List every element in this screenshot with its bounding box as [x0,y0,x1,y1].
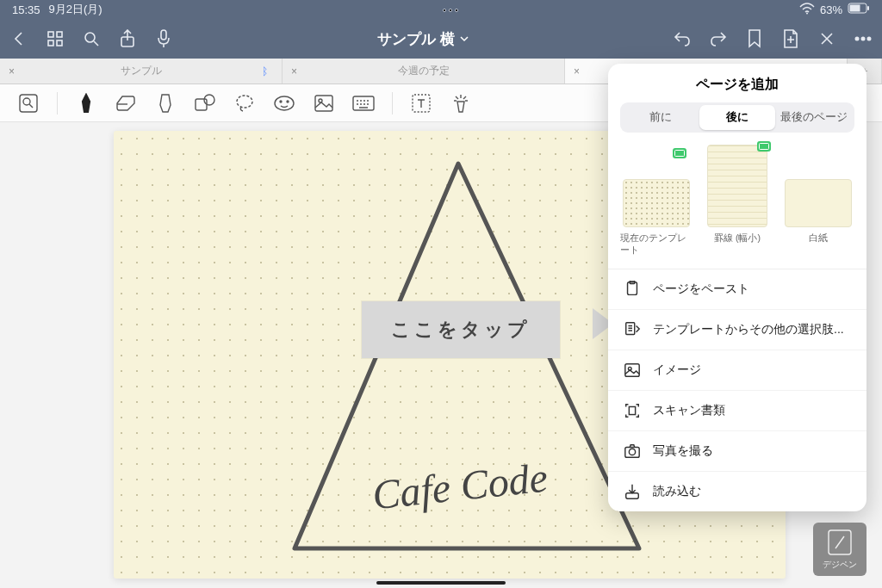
svg-rect-13 [161,30,166,40]
add-page-popover: ページを追加 前に 後に 最後のページ 現在のテンプレート 罫線 (幅小) 白紙… [608,64,866,511]
shape-tool[interactable] [194,92,216,115]
wifi-icon [799,3,815,17]
home-indicator[interactable] [376,581,506,585]
svg-point-18 [23,98,30,105]
menu-scan[interactable]: スキャン書類 [608,391,866,431]
multitask-icon[interactable] [441,3,460,16]
tab-sample[interactable]: ×サンプルᛒ [0,59,283,84]
menu-paste-page[interactable]: ページをペースト [608,269,866,310]
document-title[interactable]: サンプル 横 [174,29,672,49]
svg-rect-8 [57,32,62,37]
svg-point-21 [237,96,252,108]
popover-title: ページを追加 [608,64,866,102]
textbox-tool[interactable] [410,92,432,115]
close-icon[interactable]: × [291,65,297,77]
svg-rect-6 [867,6,869,10]
template-lined[interactable]: 罫線 (幅小) [701,145,773,257]
svg-point-16 [867,37,870,40]
svg-point-0 [444,9,446,11]
svg-rect-32 [625,364,639,377]
menu-camera[interactable]: 写真を撮る [608,431,866,472]
svg-point-2 [456,9,458,11]
undo-button[interactable] [672,28,693,49]
status-time: 15:35 [12,3,40,16]
template-row: 現在のテンプレート 罫線 (幅小) 白紙 [608,145,866,262]
grid-button[interactable] [45,28,65,49]
app-watermark: デジペン [813,523,866,576]
close-icon[interactable]: × [574,65,580,77]
sticker-tool[interactable] [273,92,295,115]
svg-point-36 [629,449,635,455]
menu-image[interactable]: イメージ [608,350,866,391]
svg-point-3 [806,12,808,14]
lasso-tool[interactable] [233,92,256,115]
svg-rect-25 [315,96,332,111]
status-bar: 15:35 9月2日(月) 63% [0,0,882,19]
svg-rect-9 [48,40,53,46]
instruction-callout: ここをタップ [362,301,560,358]
svg-rect-10 [57,40,62,46]
chevron-down-icon [460,34,469,43]
template-blank[interactable]: 白紙 [782,145,854,257]
image-tool[interactable] [313,92,335,115]
zoom-tool[interactable] [17,92,40,115]
highlighter-tool[interactable] [154,92,177,115]
bluetooth-icon: ᛒ [262,65,268,77]
search-button[interactable] [81,28,102,49]
orientation-badge-icon [757,141,771,152]
position-segment: 前に 後に 最後のページ [620,102,854,133]
svg-point-22 [275,96,294,110]
svg-point-20 [204,95,214,105]
menu-import[interactable]: 読み込む [608,472,866,511]
svg-point-11 [85,33,95,42]
redo-button[interactable] [708,28,729,49]
add-page-menu: ページをペースト テンプレートからその他の選択肢... イメージ スキャン書類 … [608,269,866,511]
laser-tool[interactable] [450,92,472,115]
more-button[interactable] [853,28,873,49]
battery-pct: 63% [820,3,842,16]
svg-point-1 [450,9,452,11]
orientation-badge-icon [673,148,686,158]
svg-point-14 [855,37,858,40]
segment-before[interactable]: 前に [623,105,699,130]
template-current[interactable]: 現在のテンプレート [620,145,693,257]
keyboard-tool[interactable] [352,92,375,115]
add-page-button[interactable] [780,28,801,49]
close-icon[interactable]: × [9,65,15,77]
svg-point-26 [319,99,322,102]
svg-point-23 [280,101,282,102]
svg-rect-19 [196,99,207,110]
eraser-tool[interactable] [115,92,137,115]
svg-rect-5 [849,5,860,12]
svg-rect-34 [629,406,635,414]
bookmark-button[interactable] [744,28,765,49]
close-button[interactable] [817,28,837,49]
segment-after[interactable]: 後に [699,105,776,130]
back-button[interactable] [9,28,29,49]
svg-point-15 [861,37,864,40]
svg-rect-17 [20,95,37,112]
status-date: 9月2日(月) [49,2,102,17]
share-button[interactable] [117,28,138,49]
segment-last[interactable]: 最後のページ [775,105,852,130]
nav-bar: サンプル 横 [0,19,882,59]
pen-tool[interactable] [75,92,97,115]
mic-button[interactable] [153,28,174,49]
battery-icon [848,3,870,16]
svg-rect-7 [48,32,53,37]
tab-weekly[interactable]: ×今週の予定 [283,59,565,84]
menu-more-templates[interactable]: テンプレートからその他の選択肢... [608,310,866,350]
svg-point-24 [287,101,289,102]
